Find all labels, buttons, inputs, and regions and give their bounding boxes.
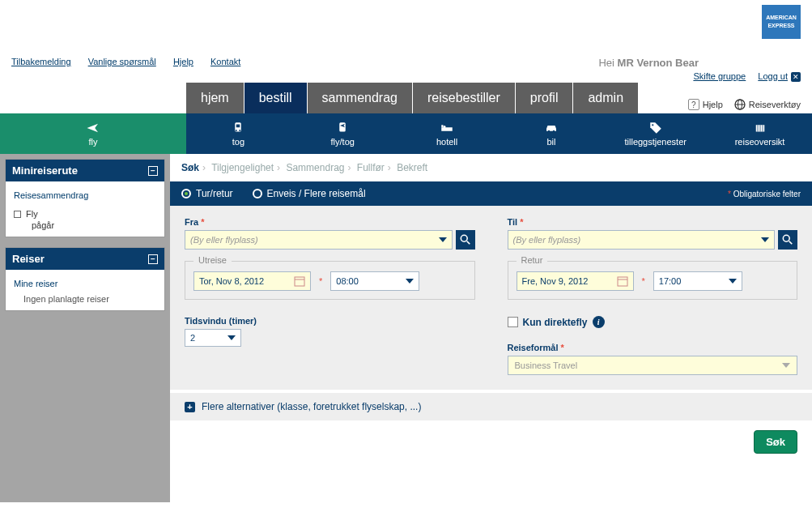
tab-book[interactable]: bestill [244, 83, 307, 113]
to-input[interactable]: (By eller flyplass) [508, 230, 776, 250]
timewindow-label: Tidsvindu (timer) [185, 316, 475, 326]
svg-text:EXPRESS: EXPRESS [767, 23, 794, 28]
tree-toggle-icon[interactable] [14, 211, 21, 218]
mandatory-note: * Obligatoriske felter [728, 190, 801, 198]
nav-fly-train[interactable]: fly/tog [291, 113, 395, 154]
direct-only-checkbox[interactable] [508, 317, 518, 327]
svg-rect-23 [295, 277, 304, 286]
nav-car[interactable]: bil [499, 113, 603, 154]
radio-icon [181, 189, 191, 198]
tab-home[interactable]: hjem [186, 83, 244, 113]
train-icon [230, 121, 246, 135]
svg-rect-7 [236, 125, 240, 128]
trips-title: Reiser [12, 253, 45, 265]
svg-point-8 [236, 130, 237, 131]
from-label: Fra * [185, 217, 475, 227]
outbound-time-select[interactable]: 08:00 [330, 271, 419, 291]
mini-itinerary-title: Minireiserute [12, 164, 78, 177]
search-button[interactable]: Søk [754, 430, 797, 454]
greeting: Hei MR Vernon Bear [598, 57, 699, 69]
no-trips-text: Ingen planlagte reiser [14, 291, 156, 304]
return-time-select[interactable]: 17:00 [653, 271, 742, 291]
svg-line-22 [466, 241, 470, 245]
svg-point-25 [783, 235, 789, 241]
svg-rect-12 [441, 125, 443, 127]
chevron-down-icon [782, 363, 790, 368]
svg-point-14 [548, 130, 550, 132]
more-options-toggle[interactable]: + Flere alternativer (klasse, foretrukke… [170, 390, 812, 420]
trip-type-oneway[interactable]: Enveis / Flere reisemål [253, 188, 366, 199]
from-search-button[interactable] [456, 230, 475, 250]
radio-icon [253, 189, 262, 198]
to-search-button[interactable] [778, 230, 797, 250]
svg-rect-11 [441, 127, 453, 131]
amex-logo: AMERICANEXPRESS [762, 5, 801, 39]
tab-profile[interactable]: profil [516, 83, 573, 113]
svg-line-26 [789, 241, 793, 245]
nav-extras[interactable]: tilleggstjenester [603, 113, 708, 154]
globe-icon [734, 99, 746, 110]
collapse-icon[interactable]: − [148, 166, 158, 176]
fly-segment-label: Fly [26, 209, 38, 219]
nav-overview[interactable]: reiseoversikt [708, 113, 812, 154]
chevron-down-icon [227, 335, 236, 340]
tab-summary[interactable]: sammendrag [308, 83, 412, 113]
chevron-down-icon [439, 237, 447, 242]
svg-point-9 [240, 130, 241, 131]
svg-rect-27 [618, 277, 627, 286]
svg-point-13 [444, 126, 446, 128]
logout-link[interactable]: Logg ut✕ [758, 71, 801, 81]
svg-text:AMERICAN: AMERICAN [766, 15, 797, 20]
switch-group-link[interactable]: Skifte gruppe [693, 71, 746, 81]
nav-hotel[interactable]: hotell [395, 113, 500, 154]
plane-train-icon [334, 121, 351, 135]
svg-point-15 [553, 130, 555, 132]
plus-icon: + [185, 402, 195, 412]
search-icon [460, 234, 471, 245]
contact-link[interactable]: Kontakt [210, 57, 240, 66]
nav-fly[interactable]: fly [0, 113, 186, 154]
return-legend: Retur [517, 255, 548, 265]
calendar-icon [617, 275, 628, 287]
purpose-label: Reiseformål * [508, 343, 798, 352]
fly-status: pågår [14, 220, 156, 230]
tab-admin[interactable]: admin [573, 83, 638, 113]
timewindow-select[interactable]: 2 [185, 329, 241, 347]
bed-icon [439, 121, 455, 135]
info-icon[interactable]: i [593, 316, 605, 328]
tag-icon [648, 121, 664, 135]
close-icon: ✕ [791, 72, 801, 82]
breadcrumb: Søk› Tilgjengelighet› Sammendrag› Fullfø… [170, 154, 812, 181]
trip-summary-link[interactable]: Reisesammendrag [14, 188, 156, 203]
car-icon [543, 121, 559, 135]
question-icon: ? [688, 99, 699, 110]
direct-only-label: Kun direktefly [523, 317, 588, 328]
my-trips-link[interactable]: Mine reiser [14, 276, 156, 291]
chevron-down-icon [761, 237, 769, 242]
outbound-date-input[interactable]: Tor, Nov 8, 2012 [193, 271, 311, 291]
help-button[interactable]: ?Hjelp [688, 99, 723, 110]
feedback-link[interactable]: Tilbakemelding [11, 57, 71, 66]
travel-tools-button[interactable]: Reiseverktøy [734, 99, 801, 110]
return-date-input[interactable]: Fre, Nov 9, 2012 [517, 271, 634, 291]
svg-point-16 [652, 124, 653, 126]
search-icon [782, 234, 793, 245]
help-link[interactable]: Hjelp [173, 57, 193, 66]
faq-link[interactable]: Vanlige spørsmål [88, 57, 156, 66]
tab-arranger[interactable]: reisebestiller [413, 83, 515, 113]
purpose-select[interactable]: Business Travel [508, 356, 798, 375]
svg-rect-0 [762, 5, 801, 39]
outbound-legend: Utreise [193, 255, 232, 265]
from-input[interactable]: (By eller flyplass) [185, 230, 453, 250]
cart-icon [752, 121, 768, 135]
chevron-down-icon [406, 279, 414, 284]
svg-point-21 [461, 235, 467, 241]
chevron-down-icon [729, 279, 737, 284]
nav-train[interactable]: tog [186, 113, 291, 154]
trip-type-return[interactable]: Tur/retur [181, 188, 233, 199]
plane-icon [85, 121, 101, 135]
to-label: Til * [508, 217, 798, 227]
calendar-icon [294, 275, 305, 287]
collapse-icon[interactable]: − [148, 254, 158, 264]
